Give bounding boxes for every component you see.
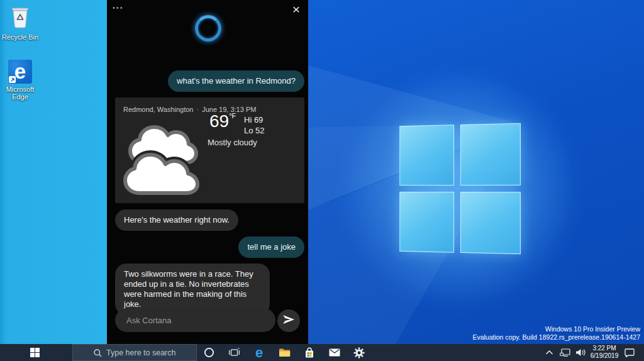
windows-logo: [399, 123, 521, 255]
close-icon[interactable]: ×: [289, 2, 303, 17]
network-icon: [560, 348, 570, 357]
evaluation-watermark: Windows 10 Pro Insider Preview Evaluatio…: [472, 325, 640, 342]
start-button[interactable]: [24, 344, 45, 361]
task-view-icon: [228, 348, 240, 357]
cortana-icon: [204, 347, 214, 358]
taskbar-file-explorer-button[interactable]: [275, 344, 293, 361]
chat-message-bot: Two silkworms were in a race. They ended…: [115, 264, 270, 315]
ask-cortana-field[interactable]: [115, 308, 275, 332]
tray-time: 3:22 PM: [587, 345, 621, 352]
store-icon: [304, 347, 314, 358]
weather-location: Redmond, Washington: [123, 106, 194, 113]
action-center-icon: [625, 348, 635, 357]
chat-message-user: what's the weather in Redmond?: [168, 70, 304, 92]
chevron-up-icon: [545, 350, 553, 355]
weather-temp: 69: [209, 111, 229, 131]
tray-clock[interactable]: 3:22 PM 6/19/2019: [587, 345, 621, 360]
desktop-icon-label: Microsoft Edge: [0, 86, 40, 101]
desktop-icon-label: Recycle Bin: [0, 33, 40, 41]
ask-cortana-input[interactable]: [115, 308, 275, 332]
more-menu-icon[interactable]: •••: [113, 4, 124, 11]
watermark-line1: Windows 10 Pro Insider Preview: [472, 325, 640, 333]
tray-date: 6/19/2019: [587, 352, 621, 360]
taskbar-cortana-button[interactable]: [200, 344, 218, 361]
weather-condition: Mostly cloudy: [208, 138, 257, 147]
taskbar: e: [0, 344, 644, 361]
desktop-icon-recycle-bin[interactable]: Recycle Bin: [0, 4, 40, 41]
tray-volume-button[interactable]: [573, 344, 588, 361]
weather-card: Redmond, Washington·June 19, 3:13 PM 69°…: [115, 97, 304, 203]
search-input[interactable]: [73, 345, 196, 360]
desktop-wallpaper: Windows 10 Pro Insider Preview Evaluatio…: [308, 0, 644, 344]
speaker-icon: [575, 348, 586, 357]
weather-hi: Hi 69: [244, 115, 263, 125]
taskbar-store-button[interactable]: [301, 344, 318, 361]
mail-icon: [329, 348, 340, 357]
desktop-icon-microsoft-edge[interactable]: e Microsoft Edge: [0, 60, 40, 101]
taskbar-settings-button[interactable]: [350, 344, 368, 361]
edge-icon: e: [8, 60, 32, 84]
send-button[interactable]: [277, 309, 300, 332]
recycle-bin-icon: [9, 20, 31, 31]
desktop-left-area: Recycle Bin e Microsoft Edge: [0, 0, 107, 344]
windows-desktop: Recycle Bin e Microsoft Edge ••• × what'…: [0, 0, 644, 361]
watermark-line2: Evaluation copy. Build 18922.rs_prerelea…: [472, 333, 640, 342]
send-icon: [282, 314, 295, 327]
edge-icon: e: [255, 346, 263, 360]
cortana-panel: ••• × what's the weather in Redmond? Red…: [107, 0, 308, 344]
tray-action-center-button[interactable]: [621, 344, 638, 361]
chat-message-user: tell me a joke: [238, 236, 304, 258]
shortcut-arrow-icon: [9, 76, 16, 83]
taskbar-edge-button[interactable]: e: [250, 344, 268, 361]
gear-icon: [353, 347, 365, 358]
taskbar-task-view-button[interactable]: [225, 344, 243, 361]
weather-separator: ·: [197, 106, 199, 113]
tray-network-button[interactable]: [557, 344, 572, 361]
search-icon: [94, 349, 102, 357]
weather-lo: Lo 52: [244, 126, 265, 135]
file-explorer-icon: [279, 348, 291, 357]
cloudy-weather-icon: [119, 119, 213, 200]
tray-chevron-button[interactable]: [542, 344, 556, 361]
taskbar-search[interactable]: [72, 344, 197, 361]
cortana-logo-icon: [195, 15, 221, 42]
cortana-input-row: [115, 308, 300, 332]
taskbar-mail-button[interactable]: [326, 344, 343, 361]
start-icon: [30, 348, 40, 357]
chat-message-bot: Here's the weather right now.: [115, 209, 238, 231]
weather-unit: °F: [229, 112, 236, 119]
